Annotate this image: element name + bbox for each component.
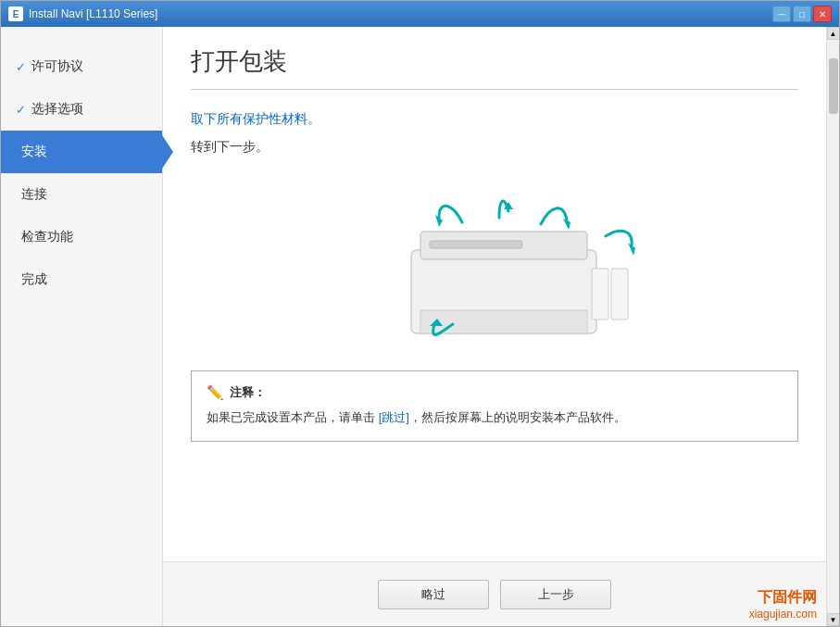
note-header: ✏️ 注释： [207, 384, 783, 401]
main-content: 打开包装 取下所有保护性材料。 转到下一步。 [163, 27, 826, 626]
sidebar-label-complete: 完成 [21, 271, 47, 288]
note-icon: ✏️ [207, 384, 224, 401]
title-divider [191, 89, 798, 90]
watermark-line2: xiagujian.com [749, 608, 817, 621]
close-button[interactable]: ✕ [813, 6, 832, 22]
minimize-button[interactable]: ─ [772, 6, 791, 22]
sidebar-item-check[interactable]: 检查功能 [1, 216, 162, 258]
prev-button[interactable]: 上一步 [500, 580, 611, 609]
sidebar-label-license: 许可协议 [31, 58, 83, 75]
skip-button[interactable]: 略过 [378, 580, 489, 609]
window-controls: ─ □ ✕ [772, 6, 832, 22]
watermark: 下固件网 xiagujian.com [749, 588, 817, 621]
check-icon-options: ✓ [16, 103, 26, 117]
sidebar-item-options[interactable]: ✓ 选择选项 [1, 88, 162, 131]
instruction1: 取下所有保护性材料。 [191, 108, 798, 129]
printer-svg [319, 167, 671, 352]
sidebar: ✓ 许可协议 ✓ 选择选项 安装 连接 检查功能 完成 [1, 27, 163, 626]
maximize-button[interactable]: □ [793, 6, 811, 22]
svg-rect-3 [592, 269, 608, 320]
sidebar-item-install[interactable]: 安装 [1, 131, 162, 173]
note-link: [跳过] [379, 410, 409, 424]
sidebar-label-connect: 连接 [21, 186, 47, 203]
window-title: Install Navi [L1110 Series] [29, 7, 772, 20]
sidebar-item-connect[interactable]: 连接 [1, 173, 162, 216]
scroll-up-button[interactable]: ▲ [827, 27, 840, 40]
printer-illustration [191, 167, 798, 352]
note-text: 如果已完成设置本产品，请单击 [跳过]，然后按屏幕上的说明安装本产品软件。 [207, 408, 783, 428]
page-title: 打开包装 [191, 45, 798, 78]
watermark-line1: 下固件网 [749, 588, 817, 608]
instruction1-text: 取下所有保护性材料。 [191, 111, 320, 126]
sidebar-label-check: 检查功能 [21, 229, 73, 245]
content-area: ✓ 许可协议 ✓ 选择选项 安装 连接 检查功能 完成 [1, 27, 839, 626]
scroll-down-button[interactable]: ▼ [827, 613, 840, 626]
check-icon-license: ✓ [16, 60, 26, 74]
main-body: 打开包装 取下所有保护性材料。 转到下一步。 [163, 27, 826, 561]
note-box: ✏️ 注释： 如果已完成设置本产品，请单击 [跳过]，然后按屏幕上的说明安装本产… [191, 370, 798, 442]
svg-rect-4 [611, 269, 628, 320]
scrollbar-thumb[interactable] [829, 58, 838, 114]
sidebar-item-license[interactable]: ✓ 许可协议 [1, 45, 162, 88]
svg-rect-2 [430, 241, 522, 248]
main-window: E Install Navi [L1110 Series] ─ □ ✕ ✓ 许可… [0, 0, 840, 627]
sidebar-label-install: 安装 [21, 144, 47, 160]
sidebar-label-options: 选择选项 [31, 101, 83, 118]
title-bar: E Install Navi [L1110 Series] ─ □ ✕ [1, 1, 839, 27]
scrollbar: ▲ ▼ [826, 27, 839, 626]
sidebar-item-complete[interactable]: 完成 [1, 258, 162, 301]
app-icon: E [8, 6, 23, 21]
note-header-text: 注释： [230, 384, 266, 401]
footer-bar: 略过 上一步 下固件网 xiagujian.com [163, 561, 826, 626]
instruction2: 转到下一步。 [191, 136, 798, 157]
